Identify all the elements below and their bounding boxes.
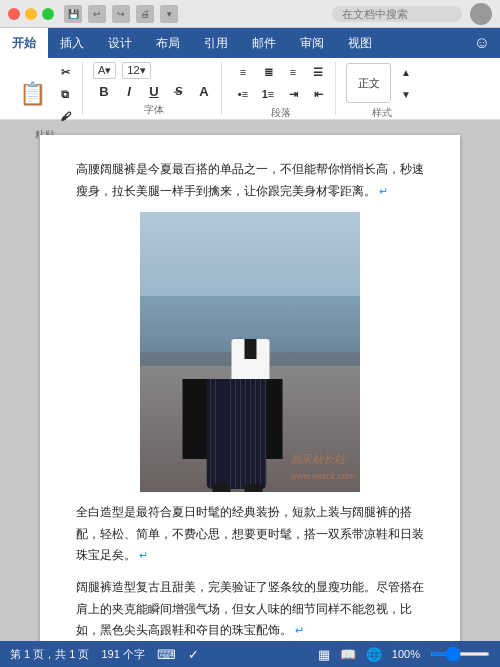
cut-button[interactable]: ✂: [54, 62, 76, 82]
document-image-wrap: 易采站长站 www.easck.com: [76, 212, 424, 492]
watermark-url: www.easck.com: [290, 469, 355, 484]
minimize-button[interactable]: [25, 8, 37, 20]
tab-design[interactable]: 设计: [96, 28, 144, 58]
style-normal-button[interactable]: 正文: [346, 63, 391, 103]
italic-button[interactable]: I: [118, 81, 140, 101]
ribbon-section-font: A▾ 12▾ B I U S̶ A 字体: [87, 62, 222, 115]
keyboard-icon[interactable]: ⌨: [157, 647, 176, 662]
print-icon[interactable]: 🖨: [136, 5, 154, 23]
paragraph-2-text: 全白造型是最符合夏日时髦的经典装扮，短款上装与阔腿裤的搭配，轻松、简单，不费心思…: [76, 505, 424, 562]
font-color-button[interactable]: A: [193, 81, 215, 101]
user-avatar[interactable]: [470, 3, 492, 25]
ribbon-section-paste: 📋 ✂ ⧉ 🖌 粘贴: [8, 62, 83, 115]
bold-button[interactable]: B: [93, 81, 115, 101]
style-scroll-down-button[interactable]: ▼: [395, 84, 417, 104]
paragraph-mark-3: ↵: [295, 624, 304, 636]
close-button[interactable]: [8, 8, 20, 20]
paragraph-2: 全白造型是最符合夏日时髦的经典装扮，短款上装与阔腿裤的搭配，轻松、简单，不费心思…: [76, 502, 424, 567]
save-icon[interactable]: 💾: [64, 5, 82, 23]
align-left-button[interactable]: ≡: [232, 62, 254, 82]
paste-buttons: 📋 ✂ ⧉ 🖌: [14, 62, 76, 126]
strikethrough-button[interactable]: S̶: [168, 81, 190, 101]
search-input[interactable]: [332, 6, 462, 22]
view-web-icon[interactable]: 🌐: [366, 647, 382, 662]
bullet-list-button[interactable]: •≡: [232, 84, 254, 104]
font-name-dropdown[interactable]: A▾: [93, 62, 116, 79]
fashion-image: 易采站长站 www.easck.com: [140, 212, 360, 492]
outdent-button[interactable]: ⇤: [307, 84, 329, 104]
font-label: 字体: [144, 101, 164, 117]
watermark-brand: 易采站长站: [290, 450, 355, 469]
font-group: A▾ 12▾ B I U S̶ A: [93, 62, 215, 101]
ribbon-toolbar: 📋 ✂ ⧉ 🖌 粘贴 A▾ 12▾ B I U S̶ A 字体: [0, 58, 500, 120]
toolbar-icons: 💾 ↩ ↪ 🖨 ▾: [64, 5, 178, 23]
style-group: 正文 ▲ ▼: [346, 62, 417, 104]
paragraph-group: ≡ ≣ ≡ ☰ •≡ 1≡ ⇥ ⇤: [232, 62, 329, 104]
smiley-icon[interactable]: ☺: [464, 28, 500, 58]
ribbon-tabs: 开始 插入 设计 布局 引用 邮件 审阅 视图 ☺: [0, 28, 500, 58]
view-read-icon[interactable]: 📖: [340, 647, 356, 662]
align-center-button[interactable]: ≣: [257, 62, 279, 82]
paragraph-3-text: 阔腿裤造型复古且甜美，完美验证了竖条纹的显瘦功能。尽管搭在肩上的夹克能瞬间增强气…: [76, 580, 424, 637]
undo-icon[interactable]: ↩: [88, 5, 106, 23]
paste-button[interactable]: 📋: [14, 76, 50, 112]
tab-insert[interactable]: 插入: [48, 28, 96, 58]
image-watermark: 易采站长站 www.easck.com: [290, 450, 355, 484]
paragraph-3: 阔腿裤造型复古且甜美，完美验证了竖条纹的显瘦功能。尽管搭在肩上的夹克能瞬间增强气…: [76, 577, 424, 641]
format-painter-button[interactable]: 🖌: [54, 106, 76, 126]
page-info: 第 1 页，共 1 页: [10, 647, 89, 662]
copy-button[interactable]: ⧉: [54, 84, 76, 104]
align-right-button[interactable]: ≡: [282, 62, 304, 82]
view-layout-icon[interactable]: ▦: [318, 647, 330, 662]
tab-view[interactable]: 视图: [336, 28, 384, 58]
document-area: 高腰阔腿裤是今夏最百搭的单品之一，不但能帮你悄悄长高，秒速瘦身，拉长美腿一样手到…: [0, 120, 500, 641]
fashion-figure: [218, 356, 283, 492]
zoom-slider[interactable]: [430, 652, 490, 656]
statusbar: 第 1 页，共 1 页 191 个字 ⌨ ✓ ▦ 📖 🌐 100%: [0, 641, 500, 667]
tab-home[interactable]: 开始: [0, 28, 48, 58]
tab-review[interactable]: 审阅: [288, 28, 336, 58]
statusbar-right: ▦ 📖 🌐 100%: [318, 647, 490, 662]
paragraph-label: 段落: [271, 104, 291, 120]
paragraph-mark-1: ↵: [379, 185, 388, 197]
tab-mailings[interactable]: 邮件: [240, 28, 288, 58]
window-controls: [8, 8, 54, 20]
ribbon-section-style: 正文 ▲ ▼ 样式: [340, 62, 423, 115]
paragraph-1-text: 高腰阔腿裤是今夏最百搭的单品之一，不但能帮你悄悄长高，秒速瘦身，拉长美腿一样手到…: [76, 162, 424, 198]
tab-layout[interactable]: 布局: [144, 28, 192, 58]
paragraph-mark-2: ↵: [139, 549, 148, 561]
style-normal-label: 正文: [358, 76, 380, 91]
font-size-dropdown[interactable]: 12▾: [122, 62, 150, 79]
paste-icon: 📋: [19, 81, 46, 107]
indent-button[interactable]: ⇥: [282, 84, 304, 104]
number-list-button[interactable]: 1≡: [257, 84, 279, 104]
spell-check-icon[interactable]: ✓: [188, 647, 199, 662]
ribbon-section-paragraph: ≡ ≣ ≡ ☰ •≡ 1≡ ⇥ ⇤ 段落: [226, 62, 336, 115]
customize-icon[interactable]: ▾: [160, 5, 178, 23]
redo-icon[interactable]: ↪: [112, 5, 130, 23]
word-count: 191 个字: [101, 647, 144, 662]
underline-button[interactable]: U: [143, 81, 165, 101]
titlebar: 💾 ↩ ↪ 🖨 ▾: [0, 0, 500, 28]
maximize-button[interactable]: [42, 8, 54, 20]
paragraph-1: 高腰阔腿裤是今夏最百搭的单品之一，不但能帮你悄悄长高，秒速瘦身，拉长美腿一样手到…: [76, 159, 424, 202]
document-page: 高腰阔腿裤是今夏最百搭的单品之一，不但能帮你悄悄长高，秒速瘦身，拉长美腿一样手到…: [40, 135, 460, 641]
tab-references[interactable]: 引用: [192, 28, 240, 58]
style-scroll-up-button[interactable]: ▲: [395, 62, 417, 82]
justify-button[interactable]: ☰: [307, 62, 329, 82]
style-label: 样式: [372, 104, 392, 120]
zoom-level: 100%: [392, 648, 420, 660]
